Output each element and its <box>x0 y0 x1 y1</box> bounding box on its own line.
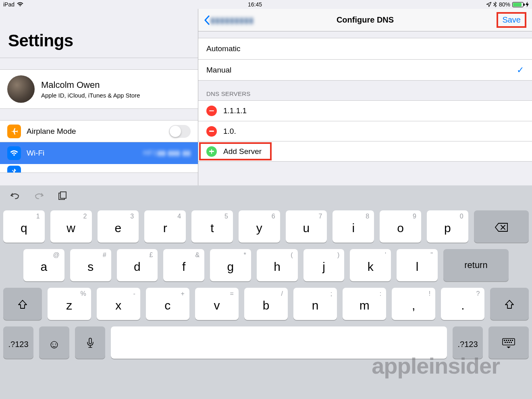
svg-rect-5 <box>506 340 507 341</box>
keyboard: 1q2w3e4r5t6y7u8i9o0p @a#s£d&f*g(h)j'k"lr… <box>0 185 532 399</box>
svg-rect-2 <box>89 338 91 344</box>
paste-button[interactable] <box>58 191 67 202</box>
checkmark-icon: ✓ <box>517 65 524 75</box>
key-d[interactable]: £d <box>117 249 158 281</box>
svg-rect-8 <box>512 340 513 341</box>
profile-name: Malcolm Owen <box>41 80 140 90</box>
key-i[interactable]: 8i <box>332 210 374 243</box>
key-return[interactable]: return <box>443 249 509 281</box>
key-c[interactable]: +c <box>146 288 189 320</box>
key-n[interactable]: ;n <box>293 288 337 320</box>
key-x[interactable]: -x <box>97 288 140 320</box>
profile-row[interactable]: Malcolm Owen Apple ID, iCloud, iTunes & … <box>0 69 198 109</box>
svg-rect-4 <box>504 340 505 341</box>
airplane-icon <box>7 125 21 138</box>
key-b[interactable]: /b <box>244 288 288 320</box>
key-a[interactable]: @a <box>23 249 64 281</box>
dns-server-row[interactable]: 1.1.1.1 <box>198 101 532 121</box>
sidebar-item-airplane[interactable]: Airplane Mode <box>0 121 198 142</box>
status-bar: iPad 16:45 80% <box>0 0 532 9</box>
detail-title: Configure DNS <box>337 15 394 25</box>
key-s[interactable]: #s <box>70 249 111 281</box>
key-j[interactable]: )j <box>303 249 345 281</box>
svg-rect-6 <box>508 340 509 341</box>
key-symbols-left[interactable]: .?123 <box>3 326 33 359</box>
key-k[interactable]: 'k <box>350 249 391 281</box>
key-,[interactable]: !, <box>392 288 435 320</box>
key-q[interactable]: 1q <box>3 210 45 243</box>
wifi-network-name: HF1▮▮-▮▮▮ ▮▮ <box>143 149 191 157</box>
key-z[interactable]: %z <box>48 288 91 320</box>
device-label: iPad <box>3 1 15 8</box>
key-v[interactable]: =v <box>195 288 239 320</box>
add-server-row[interactable]: Add Server <box>198 141 532 161</box>
redo-button[interactable] <box>34 191 44 202</box>
key-.[interactable]: ?. <box>441 288 484 320</box>
key-dictation[interactable] <box>75 326 105 359</box>
dns-server-value[interactable]: 1.1.1.1 <box>223 106 247 115</box>
nav-bar: ▮▮▮▮▮▮▮▮▮ Configure DNS Save <box>198 9 532 31</box>
status-time: 16:45 <box>248 1 262 8</box>
add-server-button[interactable] <box>206 146 217 157</box>
back-button[interactable]: ▮▮▮▮▮▮▮▮▮ <box>204 15 254 25</box>
location-icon <box>486 2 491 7</box>
svg-rect-1 <box>60 192 66 198</box>
keyboard-row-2: @a#s£d&f*g(h)j'k"lreturn <box>3 249 529 281</box>
key-space[interactable] <box>111 326 447 359</box>
key-shift-right[interactable] <box>490 288 529 320</box>
svg-rect-12 <box>511 342 512 343</box>
page-title: Settings <box>0 9 198 58</box>
svg-rect-11 <box>509 342 510 343</box>
battery-icon <box>512 2 524 7</box>
bluetooth-icon <box>493 2 497 7</box>
dns-server-value[interactable]: 1.0. <box>223 127 236 136</box>
sidebar-item-bluetooth[interactable] <box>0 164 198 173</box>
key-h[interactable]: (h <box>257 249 298 281</box>
key-symbols-right[interactable]: .?123 <box>453 326 483 359</box>
svg-rect-7 <box>510 340 511 341</box>
cell-label: Automatic <box>206 44 240 53</box>
key-p[interactable]: 0p <box>427 210 468 243</box>
charging-icon <box>526 2 529 7</box>
key-l[interactable]: "l <box>397 249 438 281</box>
key-g[interactable]: *g <box>210 249 251 281</box>
save-button[interactable]: Save <box>497 12 526 28</box>
key-o[interactable]: 9o <box>380 210 421 243</box>
key-m[interactable]: :m <box>343 288 386 320</box>
bluetooth-icon-box <box>7 166 21 173</box>
key-e[interactable]: 3e <box>98 210 139 243</box>
key-t[interactable]: 5t <box>191 210 233 243</box>
remove-server-button[interactable] <box>206 106 217 116</box>
profile-subtitle: Apple ID, iCloud, iTunes & App Store <box>41 92 140 99</box>
key-r[interactable]: 4r <box>144 210 186 243</box>
dns-server-row[interactable]: 1.0. <box>198 121 532 141</box>
dns-mode-manual[interactable]: Manual ✓ <box>198 59 532 80</box>
add-server-label: Add Server <box>223 147 262 156</box>
key-w[interactable]: 2w <box>50 210 92 243</box>
key-emoji[interactable]: ☺ <box>39 326 69 359</box>
undo-button[interactable] <box>10 191 20 202</box>
key-delete[interactable] <box>474 210 529 243</box>
key-shift-left[interactable] <box>3 288 42 320</box>
key-hide-keyboard[interactable] <box>488 326 529 359</box>
key-f[interactable]: &f <box>163 249 204 281</box>
key-u[interactable]: 7u <box>286 210 327 243</box>
key-y[interactable]: 6y <box>239 210 280 243</box>
dns-servers-header: DNS SERVERS <box>198 81 532 100</box>
dns-mode-automatic[interactable]: Automatic <box>198 38 532 59</box>
cell-label: Manual <box>206 66 231 75</box>
airplane-switch[interactable] <box>169 125 191 138</box>
avatar <box>7 75 35 103</box>
svg-rect-10 <box>507 342 508 343</box>
sidebar-item-wifi[interactable]: Wi-Fi HF1▮▮-▮▮▮ ▮▮ <box>0 142 198 164</box>
wifi-icon <box>7 146 21 160</box>
keyboard-row-3: %z-x+c=v/b;n:m!,?. <box>3 288 529 320</box>
keyboard-row-1: 1q2w3e4r5t6y7u8i9o0p <box>3 210 529 243</box>
battery-percent: 80% <box>499 1 510 8</box>
wifi-status-icon <box>17 2 23 7</box>
remove-server-button[interactable] <box>206 126 217 137</box>
keyboard-row-4: .?123 ☺ .?123 <box>3 326 529 359</box>
keyboard-toolbar <box>0 185 532 208</box>
dns-mode-group: Automatic Manual ✓ <box>198 38 532 81</box>
sidebar-item-label: Wi-Fi <box>27 149 44 158</box>
